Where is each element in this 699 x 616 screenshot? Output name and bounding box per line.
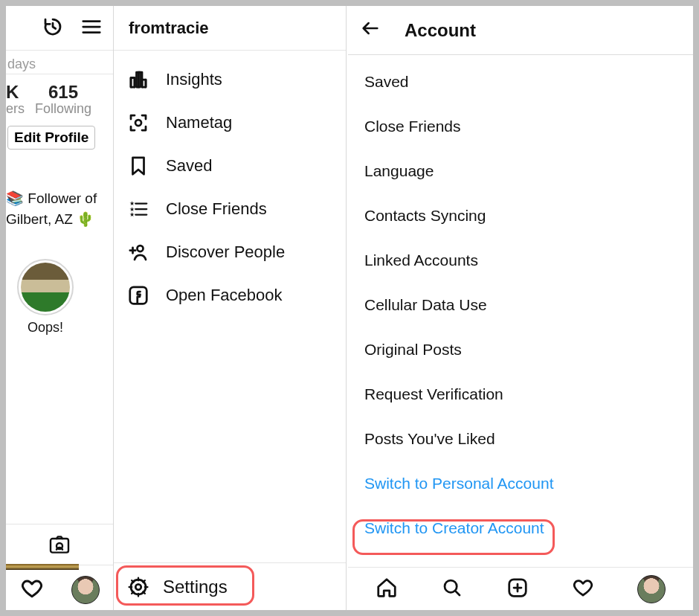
back-arrow-icon[interactable]	[360, 18, 381, 43]
profile-avatar-icon[interactable]	[71, 576, 100, 604]
panel-item-nametag[interactable]: Nametag	[114, 101, 346, 144]
activity-heart-icon[interactable]	[572, 577, 594, 602]
panel-item-open-facebook[interactable]: Open Facebook	[114, 274, 346, 317]
panel-list: Insights Nametag Saved ★★★ Close Friends…	[114, 51, 346, 317]
svg-rect-0	[51, 539, 68, 553]
bottom-nav	[348, 567, 693, 610]
post-thumbnail[interactable]	[6, 564, 79, 570]
panel-item-label: Open Facebook	[166, 286, 283, 305]
stat-followers-label: ers	[6, 101, 25, 117]
bio-line2: Gilbert, AZ	[6, 211, 77, 227]
panel-item-label: Insights	[166, 70, 222, 89]
svg-point-12	[135, 584, 141, 590]
panel-item-label: Discover People	[166, 243, 285, 262]
settings-label: Settings	[163, 577, 228, 597]
search-icon[interactable]	[441, 577, 463, 602]
panel-item-discover-people[interactable]: Discover People	[114, 231, 346, 274]
account-item-posts-you-ve-liked[interactable]: Posts You've Liked	[364, 417, 693, 461]
panel-settings[interactable]: Settings	[114, 562, 346, 610]
svg-rect-4	[142, 80, 146, 87]
stat-following-num: 615	[35, 82, 91, 103]
panel-item-label: Close Friends	[166, 199, 267, 219]
menu-icon[interactable]	[80, 16, 103, 41]
account-item-close-friends[interactable]: Close Friends	[364, 104, 693, 149]
books-emoji-icon: 📚	[6, 190, 24, 206]
edit-profile-button[interactable]: Edit Profile	[7, 126, 95, 150]
stat-followers-num: K	[6, 82, 25, 103]
panel-item-close-friends[interactable]: ★★★ Close Friends	[114, 187, 346, 231]
days-fragment: days	[6, 51, 113, 74]
svg-point-5	[135, 120, 141, 126]
account-item-linked-accounts[interactable]: Linked Accounts	[364, 238, 693, 283]
new-post-icon[interactable]	[506, 577, 529, 602]
account-item-switch-to-creator-account[interactable]: Switch to Creator Account	[364, 506, 693, 551]
svg-rect-2	[131, 78, 135, 88]
heart-icon[interactable]	[20, 577, 44, 603]
account-list: SavedClose FriendsLanguageContacts Synci…	[348, 55, 693, 551]
account-settings-column: Account SavedClose FriendsLanguageContac…	[348, 6, 693, 610]
profile-stats: K ers 615 Following	[6, 74, 113, 117]
profile-topbar	[6, 6, 113, 51]
svg-point-9	[138, 246, 144, 251]
stat-following-label: Following	[35, 101, 91, 117]
stat-followers[interactable]: K ers	[7, 82, 25, 117]
account-header: Account	[348, 6, 693, 55]
profile-tagged-tab[interactable]	[6, 524, 113, 565]
cactus-emoji-icon: 🌵	[77, 211, 94, 227]
hamburger-panel: fromtracie Insights Nametag Saved ★★★ Cl…	[114, 6, 347, 610]
svg-text:★: ★	[129, 211, 135, 218]
account-item-request-verification[interactable]: Request Verification	[364, 372, 693, 417]
account-item-cellular-data-use[interactable]: Cellular Data Use	[364, 283, 693, 327]
account-title: Account	[405, 20, 476, 41]
account-item-language[interactable]: Language	[364, 149, 693, 193]
panel-username: fromtracie	[114, 6, 346, 51]
activity-icon[interactable]	[42, 16, 64, 41]
profile-nav-avatar-icon[interactable]	[637, 575, 666, 603]
stat-following[interactable]: 615 Following	[35, 82, 91, 117]
profile-column: days K ers 615 Following Edit Profile 📚 …	[6, 6, 114, 610]
panel-item-label: Nametag	[166, 113, 232, 132]
account-item-switch-to-personal-account[interactable]: Switch to Personal Account	[364, 461, 693, 506]
panel-item-saved[interactable]: Saved	[114, 144, 346, 187]
panel-item-insights[interactable]: Insights	[114, 58, 346, 101]
bio-line1: Follower of	[24, 190, 97, 206]
profile-bio: 📚 Follower of Gilbert, AZ 🌵	[6, 188, 113, 229]
story-highlight-label: Oops!	[12, 320, 79, 336]
panel-item-label: Saved	[166, 156, 212, 176]
account-item-saved[interactable]: Saved	[364, 60, 693, 104]
story-highlight[interactable]: Oops!	[12, 259, 79, 336]
account-item-contacts-syncing[interactable]: Contacts Syncing	[364, 193, 693, 238]
account-item-original-posts[interactable]: Original Posts	[364, 327, 693, 372]
home-icon[interactable]	[376, 577, 398, 602]
profile-bottom-nav	[6, 570, 113, 610]
